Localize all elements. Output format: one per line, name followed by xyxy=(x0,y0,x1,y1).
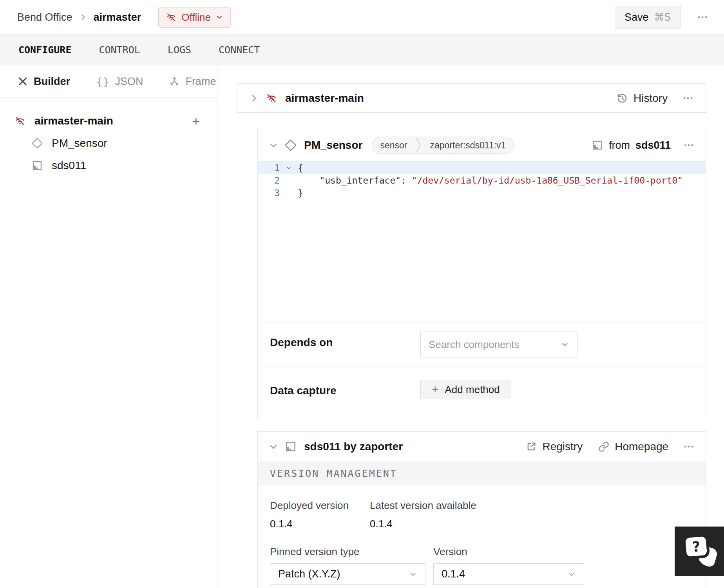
offline-icon xyxy=(14,115,26,127)
module-card-menu[interactable]: ••• xyxy=(684,443,695,451)
chevron-down-icon xyxy=(409,570,417,579)
part-card-title: airmaster-main xyxy=(285,92,364,105)
registry-label: Registry xyxy=(542,440,583,453)
topbar-actions: Save ⌘S ••• xyxy=(615,6,708,29)
component-card-menu[interactable]: ••• xyxy=(684,141,695,149)
add-method-label: Add method xyxy=(445,384,500,396)
version-management-section-header: VERSION MANAGEMENT xyxy=(258,462,706,485)
top-bar: Bend Office airmaster Offline Save ⌘S ••… xyxy=(0,0,724,34)
mode-frame[interactable]: Frame xyxy=(169,76,216,88)
collapse-chevron-down-icon[interactable] xyxy=(269,442,278,451)
collapse-chevron-down-icon[interactable] xyxy=(269,141,278,150)
external-link-icon xyxy=(526,441,537,452)
tools-icon xyxy=(17,76,28,87)
part-card-menu[interactable]: ••• xyxy=(683,94,694,102)
version-value: 0.1.4 xyxy=(442,568,465,580)
history-label: History xyxy=(634,92,668,105)
module-card-sds011: sds011 by zaporter Registry xyxy=(257,431,706,588)
attributes-code-editor[interactable]: 1 { 2 "usb_interface": "/dev/serial/by-i… xyxy=(258,161,706,323)
help-button[interactable]: ? xyxy=(675,527,724,576)
version-label: Version xyxy=(433,546,584,558)
homepage-link[interactable]: Homepage xyxy=(598,440,668,453)
help-question-icon: ? xyxy=(682,533,710,560)
module-icon xyxy=(284,440,297,453)
deployed-version-label: Deployed version xyxy=(270,500,370,512)
component-type-model-badge: sensor zaporter:sds011:v1 xyxy=(372,137,514,154)
tab-logs[interactable]: LOGS xyxy=(168,44,191,56)
tab-configure[interactable]: CONFIGURE xyxy=(18,44,71,56)
machine-part-card: airmaster-main History ••• xyxy=(237,83,706,113)
machine-status-dropdown[interactable]: Offline xyxy=(158,7,231,28)
tree-item-sds011[interactable]: sds011 xyxy=(0,154,217,177)
main-tab-bar: CONFIGURE CONTROL LOGS CONNECT xyxy=(0,34,724,65)
expand-chevron-right-icon[interactable] xyxy=(249,94,259,103)
component-card-header: PM_sensor sensor zaporter:sds011:v1 xyxy=(258,129,706,161)
depends-on-section: Depends on Search components xyxy=(258,323,706,366)
module-card-title: sds011 by zaporter xyxy=(304,440,403,453)
code-line: 1 { xyxy=(258,162,706,174)
homepage-label: Homepage xyxy=(615,440,668,453)
component-tree: airmaster-main + PM_sensor sds011 xyxy=(0,98,217,177)
line-number: 2 xyxy=(258,174,280,187)
topbar-overflow-menu[interactable]: ••• xyxy=(698,13,708,21)
from-module-link[interactable]: from sds011 xyxy=(592,139,671,152)
pinned-version-type-label: Pinned version type xyxy=(270,546,425,558)
tab-connect[interactable]: CONNECT xyxy=(219,44,260,56)
machine-name: airmaster xyxy=(94,11,141,23)
breadcrumb-location[interactable]: Bend Office xyxy=(17,11,72,23)
add-method-button[interactable]: + Add method xyxy=(420,380,511,399)
code-token: { xyxy=(298,162,303,174)
code-line: 2 "usb_interface": "/dev/serial/by-id/us… xyxy=(258,174,706,187)
tree-item-airmaster-main[interactable]: airmaster-main + xyxy=(0,110,217,132)
data-capture-label: Data capture xyxy=(270,384,420,399)
page: Bend Office airmaster Offline Save ⌘S ••… xyxy=(0,0,724,588)
component-card-title: PM_sensor xyxy=(304,139,362,152)
code-line: 3 } xyxy=(258,187,706,199)
code-token-string: "/dev/serial/by-id/usb-1a86_USB_Serial-i… xyxy=(412,174,683,187)
component-diamond-icon xyxy=(284,139,297,152)
chevron-down-icon xyxy=(567,570,576,579)
code-token-key: "usb_interface" xyxy=(298,174,401,187)
type-badge: sensor xyxy=(372,137,415,153)
version-select[interactable]: 0.1.4 xyxy=(433,563,584,585)
chevron-down-icon xyxy=(215,13,223,21)
history-button[interactable]: History xyxy=(616,92,668,105)
mode-json-label: JSON xyxy=(115,76,143,88)
component-card-pm-sensor: PM_sensor sensor zaporter:sds011:v1 xyxy=(257,129,706,418)
fold-chevron-icon[interactable] xyxy=(280,162,298,174)
history-clock-icon xyxy=(616,92,628,104)
tab-control[interactable]: CONTROL xyxy=(99,44,140,56)
add-component-button[interactable]: + xyxy=(192,114,200,128)
registry-link[interactable]: Registry xyxy=(526,440,583,453)
offline-icon xyxy=(266,92,277,104)
chevron-right-icon xyxy=(79,13,87,22)
config-sidebar: Builder {} JSON Frame xyxy=(0,65,217,588)
status-label: Offline xyxy=(181,11,211,23)
braces-icon: {} xyxy=(96,76,109,88)
version-management-content: Deployed version 0.1.4 Latest version av… xyxy=(258,485,706,585)
pinned-version-type-select[interactable]: Patch (X.Y.Z) xyxy=(270,563,425,585)
tree-item-label: PM_sensor xyxy=(52,137,107,150)
save-button[interactable]: Save ⌘S xyxy=(615,6,681,29)
component-diamond-icon xyxy=(31,137,43,149)
line-number: 3 xyxy=(258,187,280,199)
mode-builder[interactable]: Builder xyxy=(17,76,70,88)
tree-item-label: airmaster-main xyxy=(34,115,113,127)
mode-frame-label: Frame xyxy=(185,76,216,88)
module-icon xyxy=(31,160,43,171)
chevron-down-icon xyxy=(561,340,569,349)
plus-icon: + xyxy=(432,384,439,395)
tree-item-pm-sensor[interactable]: PM_sensor xyxy=(0,132,217,154)
module-icon xyxy=(592,139,603,151)
latest-version-label: Latest version available xyxy=(370,500,476,512)
config-main-panel: airmaster-main History ••• xyxy=(217,65,724,588)
depends-on-select[interactable]: Search components xyxy=(420,332,577,357)
chain-link-icon xyxy=(598,441,609,452)
view-mode-toggle: Builder {} JSON Frame xyxy=(0,65,217,98)
line-number: 1 xyxy=(258,162,280,174)
mode-json[interactable]: {} JSON xyxy=(96,76,143,88)
pinned-version-type-value: Patch (X.Y.Z) xyxy=(278,568,340,580)
latest-version-value: 0.1.4 xyxy=(370,518,476,530)
depends-on-placeholder: Search components xyxy=(429,339,519,351)
model-badge: zaporter:sds011:v1 xyxy=(422,137,514,153)
